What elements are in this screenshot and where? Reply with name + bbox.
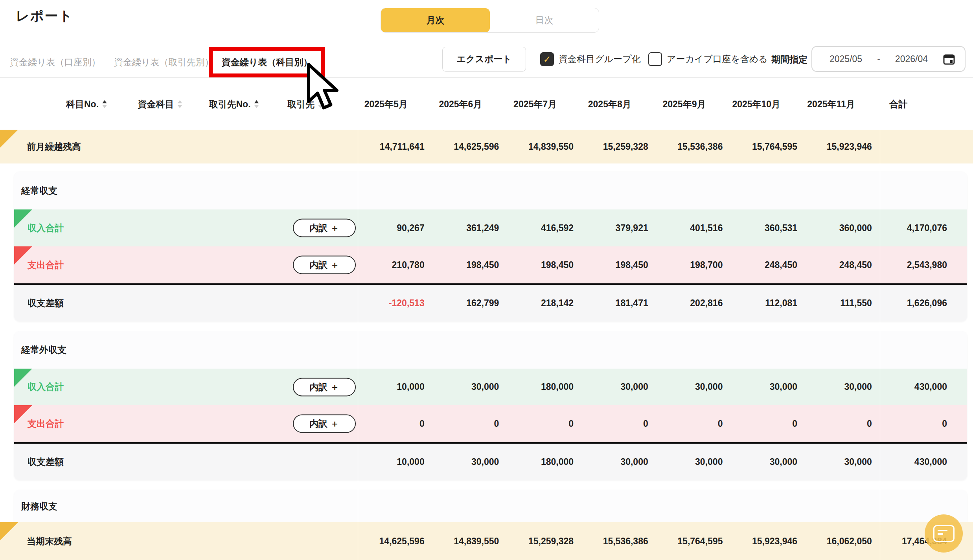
archive-checkbox[interactable]: ✓	[648, 52, 662, 66]
section-title: 経常外収支	[14, 331, 967, 369]
income-row: 収入合計 内訳 ＋ 10,00030,000180,00030,00030,00…	[14, 369, 967, 405]
period-from-value[interactable]: 2025/05	[830, 54, 862, 64]
breakdown-button[interactable]: 内訳 ＋	[293, 256, 356, 274]
toggle-monthly[interactable]: 月次	[381, 8, 490, 32]
tab-cashflow-by-category[interactable]: 資金繰り表（科目別）	[222, 56, 313, 68]
expense-row: 支出合計 内訳 ＋ 210,780198,450198,450198,45019…	[14, 246, 967, 283]
value-cell: 90,267	[358, 223, 432, 233]
value-cell: 14,711,641	[358, 141, 432, 152]
closing-balance-row: 当期末残高 14,625,59614,839,55015,259,32815,5…	[0, 522, 973, 560]
value-cell: 379,921	[581, 223, 656, 233]
total-cell: 1,626,096	[880, 298, 967, 308]
archive-checkbox-row[interactable]: ✓ アーカイブ口座を含める	[648, 52, 768, 66]
value-cell: 30,000	[656, 382, 731, 392]
value-cell: 0	[507, 419, 581, 429]
value-cell: 30,000	[581, 457, 656, 467]
value-cell: 14,625,596	[358, 536, 432, 547]
header-partner-no[interactable]: 取引先No.	[209, 90, 259, 118]
income-row: 収入合計 内訳 ＋ 90,267361,249416,592379,921401…	[14, 209, 967, 246]
section-non-operating: 経常外収支 収入合計 内訳 ＋ 10,00030,000180,00030,00…	[14, 331, 967, 480]
value-cell: 15,923,946	[730, 536, 805, 547]
value-cell: 30,000	[730, 382, 805, 392]
value-cell: 14,839,550	[432, 536, 507, 547]
value-cell: 112,081	[730, 298, 805, 308]
group-checkbox[interactable]: ✓	[540, 52, 554, 66]
value-cell: 0	[581, 419, 656, 429]
value-cell: 30,000	[805, 457, 880, 467]
group-checkbox-label: 資金科目グループ化	[559, 53, 641, 65]
month-headers: 2025年5月2025年6月2025年7月2025年8月2025年9月2025年…	[358, 90, 880, 118]
value-cell: 360,000	[805, 223, 880, 233]
calendar-icon[interactable]	[943, 53, 955, 65]
value-cell: 198,700	[656, 260, 731, 270]
month-header: 2025年9月	[656, 90, 731, 118]
value-cell: 30,000	[730, 457, 805, 467]
value-cell: 181,471	[581, 298, 656, 308]
value-cell: 0	[358, 419, 432, 429]
value-cell: 14,625,596	[432, 141, 507, 152]
value-cell: 0	[730, 419, 805, 429]
period-range-input[interactable]: 2025/05 - 2026/04	[811, 46, 966, 72]
total-cell: 430,000	[880, 457, 967, 467]
report-screen: レポート 月次 日次 資金繰り表（口座別） 資金繰り表（取引先別） 資金繰り表（…	[0, 0, 973, 560]
opening-balance-row: 前月繰越残高 14,711,64114,625,59614,839,55015,…	[0, 130, 973, 163]
value-cell: 15,536,386	[581, 536, 656, 547]
period-separator: -	[877, 54, 880, 64]
tab-cashflow-by-partner[interactable]: 資金繰り表（取引先別）	[114, 56, 214, 68]
value-cell: 198,450	[581, 260, 656, 270]
toggle-daily[interactable]: 日次	[490, 8, 599, 32]
sort-icon	[318, 100, 323, 108]
chat-icon	[933, 525, 955, 542]
header-total: 合計	[889, 90, 907, 118]
month-header: 2025年10月	[730, 90, 805, 118]
sort-icon	[254, 100, 259, 108]
value-cell: 15,536,386	[656, 141, 731, 152]
value-cell: 15,259,328	[581, 141, 656, 152]
value-cell: 30,000	[432, 382, 507, 392]
value-cell: 218,142	[507, 298, 581, 308]
value-cell: 360,531	[730, 223, 805, 233]
section-financial: 財務収支	[14, 490, 967, 522]
fold-corner-icon	[0, 130, 18, 148]
value-cell: 248,450	[805, 260, 880, 270]
export-button[interactable]: エクスポート	[442, 47, 526, 72]
value-cell: 401,516	[656, 223, 731, 233]
value-cell: 30,000	[805, 382, 880, 392]
value-cell: 361,249	[432, 223, 507, 233]
breakdown-button[interactable]: 内訳 ＋	[293, 415, 356, 433]
value-cell: 15,259,328	[507, 536, 581, 547]
value-cell: 30,000	[432, 457, 507, 467]
breakdown-button[interactable]: 内訳 ＋	[293, 378, 356, 396]
value-cell: 202,816	[656, 298, 731, 308]
header-partner[interactable]: 取引先	[287, 90, 323, 118]
period-to-value[interactable]: 2026/04	[895, 54, 928, 64]
fold-corner-icon	[0, 522, 18, 540]
value-cell: 30,000	[656, 457, 731, 467]
value-cell: 180,000	[507, 382, 581, 392]
total-cell: 430,000	[880, 382, 967, 392]
value-cell: 180,000	[507, 457, 581, 467]
balance-diff-row: 収支差額 10,00030,000180,00030,00030,00030,0…	[14, 444, 967, 480]
value-cell: 162,799	[432, 298, 507, 308]
header-fund-category[interactable]: 資金科目	[138, 90, 182, 118]
value-cell: 10,000	[358, 382, 432, 392]
row-label: 前月繰越残高	[27, 130, 81, 163]
sort-icon	[102, 100, 107, 108]
value-cell: 10,000	[358, 457, 432, 467]
value-cell: 0	[805, 419, 880, 429]
header-category-no[interactable]: 科目No.	[66, 90, 107, 118]
value-cell: 15,764,595	[730, 141, 805, 152]
tab-cashflow-by-account[interactable]: 資金繰り表（口座別）	[10, 56, 101, 68]
chat-fab-button[interactable]	[925, 514, 963, 553]
section-title: 経常収支	[14, 172, 967, 209]
tab-divider	[0, 77, 973, 78]
table-header: 科目No. 資金科目 取引先No. 取引先 2025年5月2025年6月2025…	[0, 90, 973, 118]
period-mode-toggle: 月次 日次	[381, 8, 599, 33]
value-cell: 0	[432, 419, 507, 429]
month-header: 2025年7月	[507, 90, 581, 118]
value-cell: 111,550	[805, 298, 880, 308]
breakdown-button[interactable]: 内訳 ＋	[293, 219, 356, 237]
group-checkbox-row[interactable]: ✓ 資金科目グループ化	[540, 52, 641, 66]
value-cell: -120,513	[358, 298, 432, 308]
month-header: 2025年6月	[432, 90, 507, 118]
